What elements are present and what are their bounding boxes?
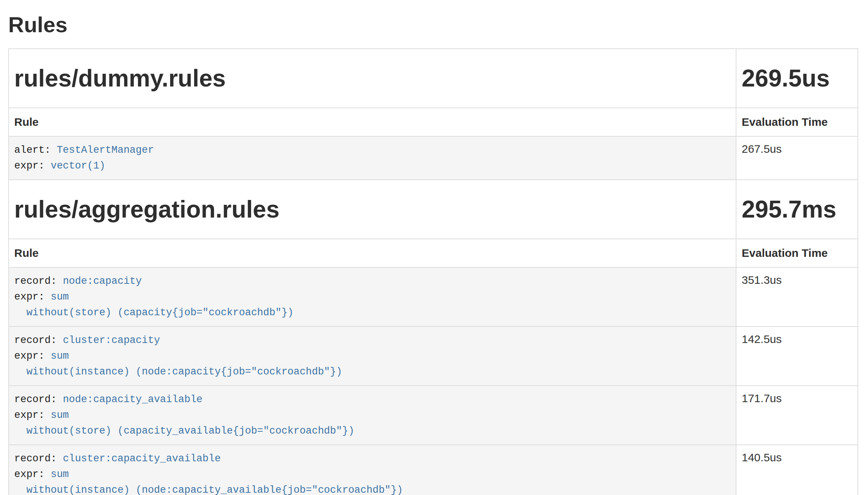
rules-table: rules/dummy.rules269.5usRuleEvaluation T… — [8, 48, 858, 495]
rule-row: alert: TestAlertManagerexpr: vector(1)26… — [9, 136, 858, 180]
rule-code-line: expr: vector(1) — [14, 158, 730, 174]
rule-expression-link[interactable]: cluster:capacity_available — [63, 453, 221, 464]
evaluation-time-column-header: Evaluation Time — [736, 108, 858, 136]
rule-group-file-cell: rules/aggregation.rules — [9, 180, 736, 239]
rule-keyword: record: — [14, 394, 63, 405]
rule-definition-cell: record: node:capacity_availableexpr: sum… — [9, 386, 736, 445]
rule-keyword: expr: — [14, 469, 51, 480]
rule-row: record: cluster:capacityexpr: sum withou… — [9, 327, 858, 386]
rule-expression-link[interactable]: without(store) (capacity{job="cockroachd… — [14, 307, 293, 318]
evaluation-time-column-header: Evaluation Time — [736, 239, 858, 267]
rule-column-header: Rule — [9, 108, 736, 136]
rule-code-line: expr: sum — [14, 467, 730, 482]
rule-eval-time: 140.5us — [736, 445, 858, 495]
rule-code-line: expr: sum — [14, 348, 730, 364]
rule-group-header-row: rules/dummy.rules269.5us — [9, 49, 858, 108]
rule-definition-cell: record: node:capacityexpr: sum without(s… — [9, 267, 736, 327]
rule-eval-time: 171.7us — [736, 386, 858, 445]
rule-expression-link[interactable]: node:capacity_available — [63, 394, 203, 405]
rule-expression-link[interactable]: sum — [51, 291, 69, 303]
rule-group-file: rules/aggregation.rules — [14, 196, 280, 223]
rule-expression-link[interactable]: sum — [51, 410, 69, 421]
rule-group-eval-time: 295.7ms — [742, 196, 837, 223]
rule-code-line: record: cluster:capacity — [14, 332, 730, 348]
rule-expression-link[interactable]: without(instance) (node:capacity_availab… — [14, 485, 403, 495]
rule-expression-link[interactable]: without(store) (capacity_available{job="… — [14, 425, 354, 437]
rule-group-eval-time: 269.5us — [742, 65, 830, 92]
rule-group-file-cell: rules/dummy.rules — [9, 49, 736, 108]
rule-group-file: rules/dummy.rules — [14, 65, 226, 92]
rule-keyword: record: — [14, 276, 63, 287]
rule-column-header: Rule — [9, 239, 736, 267]
page-title: Rules — [8, 13, 858, 36]
rule-eval-time: 267.5us — [736, 136, 858, 180]
rule-row: record: cluster:capacity_availableexpr: … — [9, 445, 858, 495]
rule-row: record: node:capacityexpr: sum without(s… — [9, 267, 858, 327]
rule-definition-cell: record: cluster:capacityexpr: sum withou… — [9, 327, 736, 386]
rule-expression-link[interactable]: node:capacity — [63, 276, 142, 287]
rule-expression-link[interactable]: cluster:capacity — [63, 335, 160, 346]
rule-code-line: without(instance) (node:capacity{job="co… — [14, 364, 730, 380]
column-header-row: RuleEvaluation Time — [9, 108, 858, 136]
rule-keyword: record: — [14, 453, 63, 464]
rule-code-line: record: node:capacity — [14, 273, 730, 289]
rule-expression-link[interactable]: without(instance) (node:capacity{job="co… — [14, 366, 342, 377]
rule-eval-time: 351.3us — [736, 267, 858, 327]
rule-group-header-row: rules/aggregation.rules295.7ms — [9, 180, 858, 239]
rule-expression-link[interactable]: sum — [51, 350, 69, 362]
rule-expression-link[interactable]: vector(1) — [51, 160, 105, 171]
column-header-row: RuleEvaluation Time — [9, 239, 858, 267]
rule-expression-link[interactable]: TestAlertManager — [57, 145, 154, 156]
rule-eval-time: 142.5us — [736, 327, 858, 386]
rule-row: record: node:capacity_availableexpr: sum… — [9, 386, 858, 445]
rule-code-line: record: node:capacity_available — [14, 392, 730, 407]
rule-keyword: expr: — [14, 350, 51, 362]
rule-keyword: expr: — [14, 160, 51, 171]
rule-code-line: alert: TestAlertManager — [14, 142, 730, 158]
rule-code-line: without(store) (capacity{job="cockroachd… — [14, 305, 730, 321]
rule-group-eval-time-cell: 269.5us — [736, 49, 858, 108]
rule-group-eval-time-cell: 295.7ms — [736, 180, 858, 239]
rules-page: Rules rules/dummy.rules269.5usRuleEvalua… — [8, 13, 858, 495]
rule-definition-cell: record: cluster:capacity_availableexpr: … — [9, 445, 736, 495]
rule-code-line: record: cluster:capacity_available — [14, 451, 730, 467]
rule-definition-cell: alert: TestAlertManagerexpr: vector(1) — [9, 136, 736, 180]
rule-code-line: expr: sum — [14, 289, 730, 305]
rules-table-body: rules/dummy.rules269.5usRuleEvaluation T… — [9, 49, 858, 495]
rule-keyword: alert: — [14, 145, 57, 156]
rule-code-line: without(store) (capacity_available{job="… — [14, 423, 730, 439]
rule-keyword: record: — [14, 335, 63, 346]
rule-expression-link[interactable]: sum — [51, 469, 69, 480]
rule-code-line: without(instance) (node:capacity_availab… — [14, 482, 730, 495]
rule-code-line: expr: sum — [14, 407, 730, 423]
rule-keyword: expr: — [14, 410, 51, 421]
rule-keyword: expr: — [14, 291, 51, 303]
